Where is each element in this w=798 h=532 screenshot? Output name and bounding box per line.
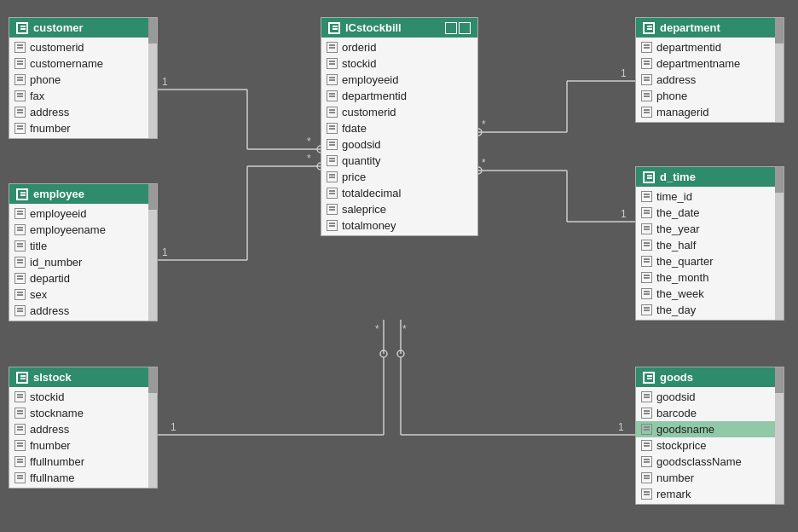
list-item: totaldecimal [321,185,477,201]
list-item: customerid [9,39,157,55]
customer-scrollbar[interactable] [148,18,157,138]
field-icon [14,391,26,402]
list-item: address [9,104,157,120]
dtime-scrollbar[interactable] [775,167,784,320]
lcstockbill-header: lCstockbill [321,18,477,38]
list-item: price [321,169,477,185]
list-item: employeeid [9,205,157,222]
slstock-table-icon [16,372,28,384]
list-item: number [636,470,784,486]
employee-scrollbar[interactable] [148,184,157,321]
dtime-title: d_time [660,171,696,183]
goods-body: goodsid barcode goodsname stockprice goo… [636,387,784,504]
field-icon [14,107,26,118]
svg-text:1: 1 [162,246,168,258]
field-icon [641,472,652,483]
slstock-scrollbar[interactable] [148,367,157,488]
field-icon [641,207,652,218]
field-icon [327,188,338,199]
field-icon [641,288,652,299]
field-icon [14,240,26,252]
lcstockbill-icon1[interactable] [445,22,457,34]
list-item: phone [636,88,784,104]
svg-text:1: 1 [171,421,176,433]
field-icon [14,408,26,419]
lcstockbill-icon2[interactable] [459,22,471,34]
list-item: stockname [9,405,157,421]
field-icon [641,440,652,451]
slstock-table: slstock stockid stockname address fnumbe… [9,367,158,489]
goods-table-icon [643,372,655,384]
list-item: address [9,421,157,437]
dtime-table-icon [643,171,655,183]
field-icon [641,107,652,118]
list-item: stockid [9,389,157,405]
list-item: customername [9,55,157,72]
field-icon [641,256,652,267]
list-item: goodsid [636,389,784,405]
list-item: the_month [636,269,784,286]
field-icon [327,42,338,53]
list-item: the_week [636,286,784,302]
list-item: ffullnumber [9,454,157,470]
customer-title: customer [33,21,84,34]
field-icon [327,107,338,118]
svg-text:1: 1 [621,208,627,220]
list-item: the_day [636,302,784,318]
goods-table: goods goodsid barcode goodsname stockpri… [635,367,784,505]
field-icon [641,240,652,251]
employee-header: employee [9,184,157,204]
lcstockbill-table: lCstockbill orderid stockid employeeid d… [321,17,478,236]
goods-header: goods [636,367,784,387]
field-icon [14,224,26,235]
svg-text:*: * [482,119,486,130]
field-icon [641,58,652,69]
list-item: employeeid [321,72,477,88]
field-icon [641,223,652,234]
list-item: ffullname [9,470,157,486]
list-item: goodsclassName [636,454,784,470]
list-item: fnumber [9,120,157,136]
svg-text:*: * [402,323,407,335]
field-icon [14,74,26,85]
employee-table: employee employeeid employeename title i… [9,183,158,321]
customer-table-icon [16,22,28,34]
list-item: stockprice [636,437,784,454]
field-icon [14,257,26,268]
slstock-title: slstock [33,371,72,384]
field-icon [641,74,652,85]
field-icon [641,191,652,202]
list-item: goodsid [321,136,477,153]
employee-title: employee [33,188,84,200]
department-title: department [660,21,720,34]
list-item: stockid [321,55,477,72]
field-icon [641,272,652,283]
employee-table-icon [16,188,28,200]
list-item: orderid [321,39,477,55]
lcstockbill-action-icons[interactable] [445,22,471,34]
goods-scrollbar[interactable] [775,367,784,504]
customer-header: customer [9,18,157,38]
field-icon [14,273,26,284]
list-item: saleprice [321,201,477,217]
field-icon [327,58,338,69]
svg-text:*: * [375,323,379,335]
field-icon [14,305,26,316]
list-item: id_number [9,254,157,270]
lcstockbill-table-icon [328,22,340,34]
department-scrollbar[interactable] [775,18,784,122]
list-item: departmentid [321,88,477,104]
list-item: customerid [321,104,477,120]
field-icon [327,204,338,215]
list-item: address [9,303,157,319]
list-item: fnumber [9,437,157,454]
employee-body: employeeid employeename title id_number … [9,204,157,321]
field-icon [641,90,652,101]
field-icon [14,90,26,101]
slstock-body: stockid stockname address fnumber ffulln… [9,387,157,488]
dtime-table: d_time time_id the_date the_year the_hal… [635,166,784,321]
department-header: department [636,18,784,38]
field-icon [14,289,26,300]
list-item: totalmoney [321,217,477,234]
field-icon [327,171,338,182]
